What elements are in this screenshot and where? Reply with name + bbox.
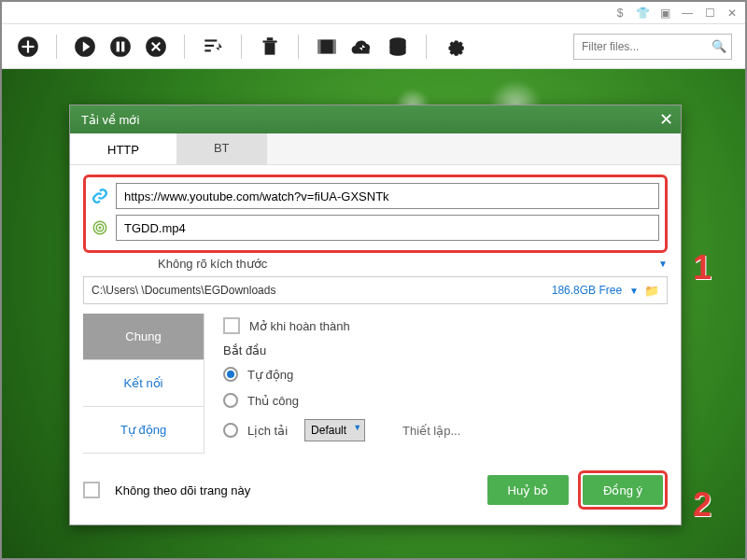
radio-auto-row[interactable]: Tự động	[223, 367, 668, 382]
window-titlebar: $ 👕 ▣ — ☐ ✕	[2, 2, 745, 24]
ok-button[interactable]: Đồng ý	[583, 475, 663, 505]
play-icon[interactable]	[72, 34, 98, 60]
sort-icon[interactable]	[200, 34, 226, 60]
target-icon	[92, 219, 108, 236]
svg-rect-17	[267, 37, 274, 40]
stop-icon[interactable]	[143, 34, 169, 60]
open-when-done-row[interactable]: Mở khi hoàn thành	[223, 317, 668, 334]
setup-link[interactable]: Thiết lập...	[402, 424, 460, 438]
separator	[298, 35, 299, 59]
dialog-title: Tải về mới	[81, 113, 139, 127]
svg-rect-13	[204, 49, 211, 51]
filter-input[interactable]	[573, 34, 732, 60]
start-heading: Bắt đầu	[223, 343, 668, 357]
gear-icon[interactable]	[442, 34, 468, 60]
search-icon[interactable]: 🔍	[712, 39, 726, 53]
link-icon	[92, 188, 108, 204]
close-icon[interactable]: ✕	[659, 109, 673, 130]
options-area: Chung Kết nối Tự động Mở khi hoàn thành …	[83, 314, 668, 454]
separator	[184, 35, 185, 59]
separator	[426, 35, 427, 59]
svg-point-5	[110, 36, 131, 57]
radio-schedule-label: Lịch tải	[247, 424, 288, 438]
radio-manual[interactable]	[223, 393, 238, 408]
filename-input[interactable]	[116, 215, 659, 241]
schedule-select[interactable]: Default	[304, 419, 365, 441]
filter-container: 🔍	[573, 34, 732, 60]
radio-manual-row[interactable]: Thủ công	[223, 393, 668, 408]
folder-icon[interactable]: 📁	[644, 284, 659, 298]
cloud-download-icon[interactable]	[349, 34, 375, 60]
dialog-body: Không rõ kích thước ▼ C:\Users\ \Documen…	[70, 165, 681, 459]
sidetab-auto[interactable]: Tự động	[83, 407, 204, 454]
close-window-icon[interactable]: ✕	[723, 5, 741, 21]
svg-point-25	[99, 227, 101, 229]
svg-rect-15	[262, 40, 276, 42]
svg-rect-20	[333, 39, 336, 53]
size-line: Không rõ kích thước ▼	[83, 257, 668, 271]
new-download-dialog: Tải về mới ✕ HTTP BT Không rõ kích thước…	[69, 105, 682, 525]
radio-schedule-row[interactable]: Lịch tải Default Thiết lập...	[223, 419, 668, 441]
svg-rect-11	[204, 39, 217, 41]
radio-schedule[interactable]	[223, 423, 238, 438]
save-path-text: C:\Users\ \Documents\EGDownloads	[92, 284, 544, 297]
media-icon[interactable]	[314, 34, 340, 60]
dialog-footer: Không theo dõi trang này Huỷ bỏ Đồng ý	[70, 459, 681, 525]
no-track-label: Không theo dõi trang này	[115, 483, 250, 497]
dialog-titlebar: Tải về mới ✕	[70, 105, 681, 133]
chevron-down-icon[interactable]: ▼	[658, 259, 668, 269]
url-input[interactable]	[116, 183, 659, 209]
pause-icon[interactable]	[107, 34, 134, 60]
callout-box-2: Đồng ý	[578, 470, 668, 510]
svg-rect-19	[317, 39, 320, 53]
svg-rect-7	[121, 41, 124, 51]
checkbox-open-when-done[interactable]	[223, 317, 240, 334]
svg-marker-14	[216, 42, 222, 50]
separator	[241, 35, 242, 59]
side-tabs: Chung Kết nối Tự động	[83, 314, 204, 454]
svg-rect-12	[204, 44, 214, 46]
chevron-down-icon[interactable]: ▼	[629, 286, 639, 296]
svg-rect-6	[117, 41, 120, 51]
radio-manual-label: Thủ công	[247, 394, 299, 408]
open-when-done-label: Mở khi hoàn thành	[249, 319, 350, 333]
cancel-button[interactable]: Huỷ bỏ	[487, 475, 569, 505]
tshirt-icon[interactable]: 👕	[633, 5, 652, 21]
sidetab-connection[interactable]: Kết nối	[83, 360, 204, 407]
save-path-row: C:\Users\ \Documents\EGDownloads 186.8GB…	[83, 276, 668, 304]
svg-rect-2	[22, 45, 35, 47]
general-options: Mở khi hoàn thành Bắt đầu Tự động Thủ cô…	[204, 314, 668, 454]
schedule-select-wrap: Default	[304, 419, 365, 441]
callout-box-1	[83, 175, 668, 253]
trash-icon[interactable]	[257, 34, 283, 60]
restore-icon[interactable]: ▣	[655, 5, 674, 21]
main-toolbar: 🔍	[2, 24, 745, 69]
sidetab-general[interactable]: Chung	[83, 314, 204, 360]
protocol-tabs: HTTP BT	[70, 133, 681, 165]
size-unknown-label: Không rõ kích thước	[158, 257, 267, 271]
callout-number-2: 2	[693, 485, 712, 525]
callout-number-1: 1	[693, 248, 712, 287]
database-icon[interactable]	[385, 34, 411, 60]
dollar-icon[interactable]: $	[611, 5, 629, 21]
separator	[56, 35, 57, 59]
maximize-icon[interactable]: ☐	[700, 5, 719, 21]
radio-auto-label: Tự động	[247, 368, 293, 382]
tab-http[interactable]: HTTP	[70, 133, 176, 164]
add-icon[interactable]	[15, 34, 41, 60]
filename-row	[92, 215, 659, 241]
tab-bt[interactable]: BT	[176, 133, 267, 164]
checkbox-no-track[interactable]	[83, 482, 100, 498]
svg-rect-16	[265, 42, 275, 54]
free-space-label: 186.8GB Free	[552, 284, 622, 297]
url-row	[92, 183, 659, 209]
radio-auto[interactable]	[223, 367, 238, 382]
minimize-icon[interactable]: —	[678, 5, 697, 21]
